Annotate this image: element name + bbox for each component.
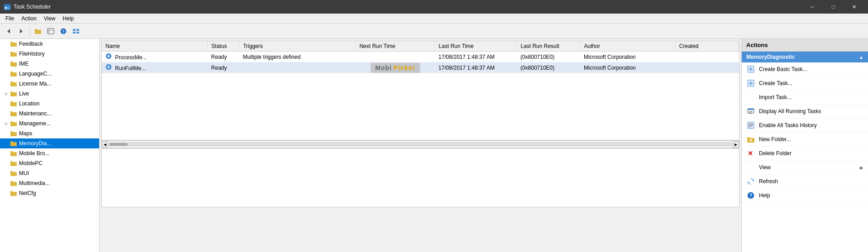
horizontal-scrollbar[interactable]: ◀ ▶ <box>101 140 739 148</box>
cell-author: Microsoft Corporation <box>580 62 675 73</box>
svg-text:?: ? <box>62 29 65 34</box>
sidebar-item-location[interactable]: Location <box>0 99 99 109</box>
cell-status: Ready <box>208 52 239 62</box>
table-row[interactable]: RunFullMe... Ready Mobi Picker <box>102 62 739 73</box>
sidebar-label: MUI <box>19 170 29 176</box>
sidebar-item-mobilebro[interactable]: Mobile Bro... <box>0 148 99 158</box>
svg-rect-26 <box>10 81 13 83</box>
scroll-left-button[interactable]: ◀ <box>102 141 108 147</box>
sidebar-label: Manageme... <box>19 120 51 127</box>
actions-header: Actions <box>742 39 868 52</box>
folder-button[interactable] <box>32 25 44 37</box>
window-title: Task Scheduler <box>14 4 802 10</box>
sidebar-item-live[interactable]: ▷ Live <box>0 89 99 99</box>
svg-rect-33 <box>10 122 17 126</box>
close-button[interactable]: ✕ <box>844 0 864 14</box>
cell-name: RunFullMe... <box>102 62 208 73</box>
expand-icon: ▷ <box>4 121 9 126</box>
action-create-basic-task[interactable]: Create Basic Task... <box>742 62 868 76</box>
action-import-task[interactable]: Import Task... <box>742 90 868 105</box>
expand-icon <box>4 81 9 86</box>
svg-rect-37 <box>10 142 17 146</box>
sidebar-item-ime[interactable]: IME <box>0 59 99 69</box>
svg-rect-35 <box>10 132 17 136</box>
svg-rect-9 <box>48 29 50 34</box>
minimize-button[interactable]: ─ <box>802 0 823 14</box>
view-toolbar-button[interactable] <box>70 25 82 37</box>
col-status[interactable]: Status <box>208 41 239 52</box>
sidebar-item-memorydiagnostic[interactable]: MemoryDia... <box>0 138 99 148</box>
menu-action[interactable]: Action <box>18 14 40 23</box>
sidebar-label: License Ma... <box>19 81 51 87</box>
sidebar-label: FileHistory <box>19 51 45 57</box>
svg-rect-44 <box>10 171 13 172</box>
sidebar-item-licensema[interactable]: License Ma... <box>0 79 99 89</box>
svg-rect-22 <box>10 62 13 63</box>
expand-icon <box>4 141 9 146</box>
menu-view[interactable]: View <box>40 14 59 23</box>
svg-rect-28 <box>10 91 13 93</box>
sidebar-item-netcfg[interactable]: NetCfg <box>0 188 99 198</box>
svg-rect-16 <box>76 32 79 33</box>
cell-nextrun: Mobi Picker <box>356 62 435 73</box>
col-created[interactable]: Created <box>675 41 739 52</box>
cell-lastresult: (0x800710E0) <box>517 62 580 73</box>
back-button[interactable] <box>3 25 14 37</box>
sidebar-label: IME <box>19 61 29 67</box>
action-enable-history[interactable]: Enable All Tasks History <box>742 119 868 133</box>
expand-icon <box>4 101 9 106</box>
sidebar-label: Mobile Bro... <box>19 150 49 157</box>
create-basic-task-label: Create Basic Task... <box>759 66 863 72</box>
folder-icon <box>10 160 17 167</box>
actions-section-title: MemoryDiagnostic <box>746 54 795 60</box>
action-display-running[interactable]: Display All Running Tasks <box>742 105 868 119</box>
col-author[interactable]: Author <box>580 41 675 52</box>
help-toolbar-button[interactable]: ? <box>57 25 69 37</box>
sidebar-item-filehistory[interactable]: FileHistory <box>0 49 99 59</box>
sidebar-item-management[interactable]: ▷ Manageme... <box>0 119 99 128</box>
scroll-right-button[interactable]: ▶ <box>733 141 739 147</box>
expand-icon <box>4 171 9 176</box>
action-refresh[interactable]: Refresh <box>742 175 868 189</box>
action-view[interactable]: View ▶ <box>742 161 868 175</box>
maximize-button[interactable]: □ <box>823 0 844 14</box>
cell-lastresult: (0x800710E0) <box>517 52 580 62</box>
task-table: Name Status Triggers Next Run Time Last … <box>102 41 739 73</box>
sidebar-item-languagec[interactable]: LanguageC... <box>0 69 99 79</box>
sidebar-item-multimedia[interactable]: Multimedia... <box>0 178 99 188</box>
sidebar-item-maps[interactable]: Maps <box>0 128 99 138</box>
create-basic-task-icon <box>746 65 755 74</box>
svg-rect-17 <box>10 43 17 47</box>
menu-help[interactable]: Help <box>59 14 78 23</box>
menu-file[interactable]: File <box>2 14 18 23</box>
forward-button[interactable] <box>15 25 27 37</box>
col-triggers[interactable]: Triggers <box>239 41 356 52</box>
lower-panel <box>101 148 739 207</box>
action-help[interactable]: ? Help <box>742 189 868 203</box>
sidebar: Feedback FileHistory IME LanguageC... <box>0 39 100 252</box>
show-hide-button[interactable] <box>45 25 57 37</box>
action-new-folder[interactable]: New Folder... <box>742 133 868 147</box>
sidebar-item-feedback[interactable]: Feedback <box>0 39 99 49</box>
svg-rect-69 <box>747 137 750 138</box>
sidebar-item-mui[interactable]: MUI <box>0 168 99 178</box>
scroll-thumb[interactable] <box>110 143 128 146</box>
svg-rect-15 <box>73 32 76 33</box>
svg-marker-3 <box>7 29 10 33</box>
sidebar-item-mobilepc[interactable]: MobilePC <box>0 158 99 168</box>
col-name[interactable]: Name <box>102 41 208 52</box>
help-icon: ? <box>746 191 755 200</box>
table-row[interactable]: ProcessMe... Ready Multiple triggers def… <box>102 52 739 62</box>
col-lastresult[interactable]: Last Run Result <box>517 41 580 52</box>
svg-rect-31 <box>10 112 17 116</box>
section-collapse-arrow[interactable]: ▲ <box>859 55 863 60</box>
sidebar-label: Live <box>19 90 29 97</box>
sidebar-item-maintenance[interactable]: Maintenanc... <box>0 109 99 119</box>
action-create-task[interactable]: Create Task... <box>742 76 868 90</box>
action-delete-folder[interactable]: ✕ Delete Folder <box>742 147 868 161</box>
col-nextrun[interactable]: Next Run Time <box>356 41 435 52</box>
new-folder-icon <box>746 135 755 144</box>
col-lastrun[interactable]: Last Run Time <box>435 41 517 52</box>
delete-folder-icon: ✕ <box>746 149 755 158</box>
sidebar-label-location: Location <box>19 100 39 107</box>
